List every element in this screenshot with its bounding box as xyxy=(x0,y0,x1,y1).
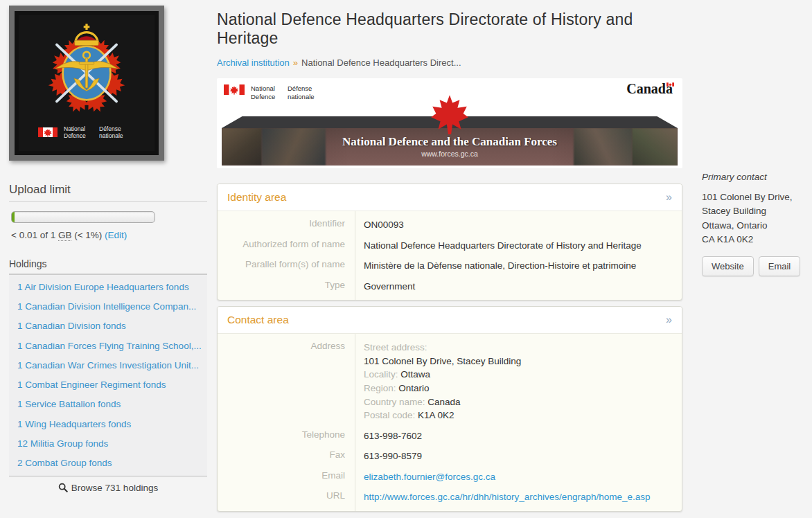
telephone-value: 613-998-7602 xyxy=(355,426,682,447)
fax-value: 613-990-8579 xyxy=(355,446,682,467)
field-row: Authorized form of name National Defence… xyxy=(218,235,682,256)
field-value: National Defence Headquarters Directorat… xyxy=(355,235,682,256)
list-item: 1 Combat Engineer Regiment fonds xyxy=(9,375,207,395)
list-item: 1 Canadian Division Intelligence Compan.… xyxy=(9,297,207,316)
upload-limit-heading: Upload limit xyxy=(9,183,207,197)
contact-fields: Address Street address: 101 Colonel By D… xyxy=(218,334,682,511)
primary-contact-line: CA K1A 0K2 xyxy=(702,233,806,247)
holding-link[interactable]: 12 Militia Group fonds xyxy=(17,438,108,449)
contact-area-header: Contact area » xyxy=(218,307,682,334)
field-row: Identifier ON00093 xyxy=(218,211,682,235)
upload-progress-bar xyxy=(11,211,155,223)
holding-link[interactable]: 1 Service Battalion fonds xyxy=(17,399,121,409)
canada-wordmark: Canada xyxy=(626,81,673,97)
field-label: Type xyxy=(218,276,355,301)
upload-edit-link[interactable]: (Edit) xyxy=(105,230,127,240)
holding-link[interactable]: 1 Canadian Forces Flying Training School… xyxy=(17,341,202,351)
canadian-forces-crest-icon xyxy=(41,19,132,116)
field-value: Government xyxy=(355,276,682,301)
holding-link[interactable]: 1 Combat Engineer Regiment fonds xyxy=(17,379,166,390)
main-content: National Defence Headquarters Directorat… xyxy=(217,0,682,518)
address-block: Street address: 101 Colonel By Drive, St… xyxy=(355,334,682,425)
banner-fip-fr-1: Défense xyxy=(288,84,318,93)
primary-contact-heading: Primary contact xyxy=(702,172,806,182)
divider xyxy=(9,201,207,202)
banner-fip-en-2: Defence xyxy=(251,93,281,101)
banner-fip-fr-2: nationale xyxy=(288,93,318,101)
expand-section-icon[interactable]: » xyxy=(666,314,672,325)
field-label: Address xyxy=(218,334,355,425)
banner-strip-url: www.forces.gc.ca xyxy=(222,150,678,158)
identity-area-header: Identity area » xyxy=(218,184,682,211)
upload-progress-fill xyxy=(12,212,15,222)
holding-link[interactable]: 1 Air Division Europe Headquarters fonds xyxy=(17,282,189,292)
primary-contact-line: Ottawa, Ontario xyxy=(702,219,806,233)
field-label: Authorized form of name xyxy=(218,235,355,256)
logo-fip-fr-1: Défense xyxy=(99,125,128,133)
identity-area-panel: Identity area » Identifier ON00093 Autho… xyxy=(217,184,682,301)
expand-section-icon[interactable]: » xyxy=(666,192,672,203)
maple-leaf-icon xyxy=(430,92,470,136)
banner-fip-en-1: National xyxy=(251,84,281,93)
list-item: 1 Air Division Europe Headquarters fonds xyxy=(9,278,207,297)
upload-usage-prefix: < 0.01 of 1 xyxy=(11,230,58,240)
breadcrumb-separator: » xyxy=(293,57,298,68)
field-row: URL http://www.forces.gc.ca/hr/dhh/histo… xyxy=(218,487,682,511)
holding-link[interactable]: 1 Canadian Division Intelligence Compan.… xyxy=(17,301,196,312)
canada-wordmark-text: Canada xyxy=(626,81,673,96)
field-row: Email elizabeth.fournier@forces.gc.ca xyxy=(218,467,682,488)
list-item: 1 Canadian Division fonds xyxy=(9,316,207,336)
institution-banner: National Defence Défense nationale Canad… xyxy=(217,78,682,168)
list-item: 2 Combat Group fonds xyxy=(9,454,207,473)
holdings-heading: Holdings xyxy=(9,258,207,269)
holding-link[interactable]: 2 Combat Group fonds xyxy=(17,458,112,468)
sub-label: Postal code: xyxy=(364,410,415,420)
canada-flag-icon xyxy=(224,84,245,95)
field-label: URL xyxy=(218,487,355,511)
field-label: Telephone xyxy=(218,426,355,447)
left-sidebar: National Defence Défense nationale Uploa… xyxy=(9,6,207,493)
sub-label: Region: xyxy=(364,383,396,393)
website-button[interactable]: Website xyxy=(702,256,754,276)
sub-label: Locality: xyxy=(364,369,398,379)
right-sidebar: Primary contact 101 Colonel By Drive, St… xyxy=(702,172,806,276)
locality-value: Ottawa xyxy=(400,369,430,379)
browse-holdings-link[interactable]: Browse 731 holdings xyxy=(9,483,207,493)
upload-usage-text: < 0.01 of 1 GB (< 1%) (Edit) xyxy=(11,230,207,240)
contact-area-title: Contact area xyxy=(227,314,289,326)
identity-fields: Identifier ON00093 Authorized form of na… xyxy=(218,211,682,300)
gb-abbr: GB xyxy=(58,230,72,241)
contact-area-panel: Contact area » Address Street address: 1… xyxy=(217,306,682,512)
field-label: Parallel form(s) of name xyxy=(218,256,355,276)
country-value: Canada xyxy=(427,397,460,407)
postal-code-value: K1A 0K2 xyxy=(418,410,454,420)
holdings-list: 1 Air Division Europe Headquarters fonds… xyxy=(9,274,207,476)
list-item: 12 Militia Group fonds xyxy=(9,434,207,454)
logo-fip-en-2: Defence xyxy=(64,132,93,140)
email-link[interactable]: elizabeth.fournier@forces.gc.ca xyxy=(364,472,495,482)
banner-strip-title: National Defence and the Canadian Forces xyxy=(222,135,678,149)
field-label: Fax xyxy=(218,446,355,467)
institution-logo: National Defence Défense nationale xyxy=(9,6,164,161)
email-button[interactable]: Email xyxy=(759,256,801,276)
breadcrumb-current: National Defence Headquarters Direct... xyxy=(301,57,461,68)
browse-holdings-label: Browse 731 holdings xyxy=(71,483,158,493)
breadcrumb-parent-link[interactable]: Archival institution xyxy=(217,57,290,68)
holding-link[interactable]: 1 Canadian War Crimes Investigation Unit… xyxy=(17,360,199,370)
holding-link[interactable]: 1 Wing Headquarters fonds xyxy=(17,419,131,429)
page-title: National Defence Headquarters Directorat… xyxy=(217,10,682,48)
institution-logo-inner: National Defence Défense nationale xyxy=(19,15,155,151)
url-link[interactable]: http://www.forces.gc.ca/hr/dhh/history_a… xyxy=(364,492,650,502)
field-row: Address Street address: 101 Colonel By D… xyxy=(218,334,682,425)
wordmark-flag-icon xyxy=(667,82,674,87)
canada-flag-icon xyxy=(38,127,58,137)
banner-fip-signature: National Defence Défense nationale xyxy=(224,84,318,101)
field-label: Identifier xyxy=(218,211,355,235)
list-item: 1 Canadian War Crimes Investigation Unit… xyxy=(9,356,207,375)
holding-link[interactable]: 1 Canadian Division fonds xyxy=(17,321,126,331)
breadcrumb: Archival institution»National Defence He… xyxy=(217,57,682,68)
logo-fip-fr-2: nationale xyxy=(99,132,128,140)
identity-area-title: Identity area xyxy=(227,191,286,204)
field-value: ON00093 xyxy=(355,211,682,235)
field-label: Email xyxy=(218,467,355,488)
